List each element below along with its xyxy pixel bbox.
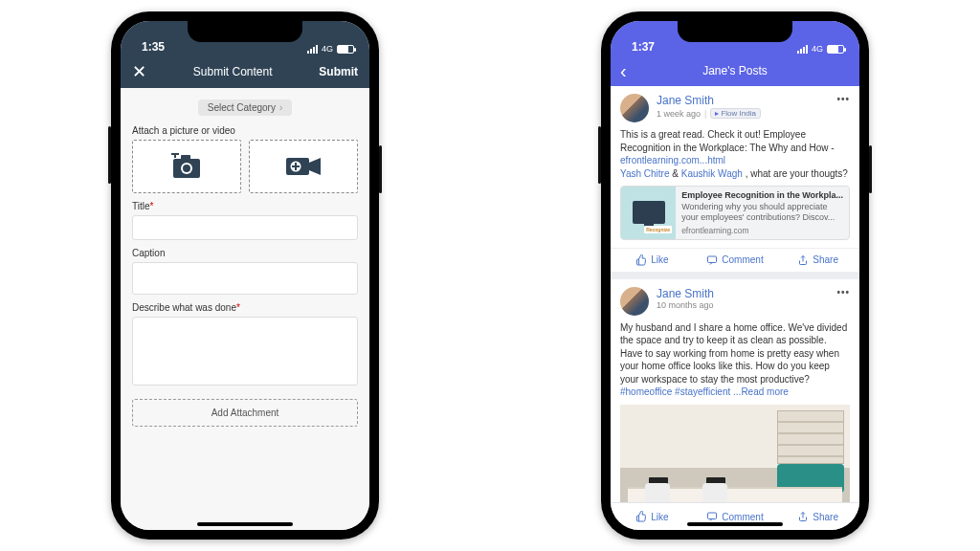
read-more-link[interactable]: ...Read more <box>730 386 789 397</box>
add-photo-button[interactable] <box>132 140 241 193</box>
post-timestamp: 1 week ago <box>657 109 701 119</box>
caption-label: Caption <box>132 248 358 258</box>
post-timestamp: 10 months ago <box>657 300 829 310</box>
svg-point-3 <box>183 165 190 172</box>
feed[interactable]: Jane Smith 1 week ago | ▸Flow India ••• … <box>611 86 859 502</box>
mention[interactable]: Kaushik Wagh <box>681 168 743 179</box>
phone-posts-feed: 1:37 4G ‹ Jane's Posts Jane Smith 1 week <box>601 11 869 540</box>
bolt-icon: ▸ <box>715 109 719 118</box>
comment-button[interactable]: Comment <box>694 249 777 272</box>
status-time: 1:37 <box>632 40 655 54</box>
link-preview-card[interactable]: Recognize Employee Recognition in the Wo… <box>620 186 850 240</box>
hashtag[interactable]: #homeoffice #stayefficient <box>620 386 730 397</box>
avatar[interactable] <box>620 287 649 316</box>
network-label: 4G <box>812 44 823 54</box>
network-label: 4G <box>322 44 333 54</box>
notch <box>188 21 302 42</box>
battery-icon <box>337 45 354 54</box>
post-body: My husband and I share a home office. We… <box>620 321 850 399</box>
notch <box>678 21 792 42</box>
signal-icon <box>307 45 318 54</box>
post-image[interactable] <box>620 405 850 503</box>
svg-rect-11 <box>708 513 717 519</box>
svg-rect-9 <box>292 165 300 167</box>
card-source: efrontlearning.com <box>681 226 843 235</box>
page-title: Submit Content <box>193 65 273 78</box>
svg-rect-5 <box>174 153 176 158</box>
post-link[interactable]: efrontlearning.com...html <box>620 155 725 165</box>
battery-icon <box>827 45 844 54</box>
add-attachment-button[interactable]: Add Attachment <box>132 399 358 427</box>
signal-icon <box>797 45 808 54</box>
page-title: Jane's Posts <box>620 64 850 77</box>
close-icon[interactable]: ✕ <box>132 63 146 80</box>
svg-rect-1 <box>181 155 190 161</box>
status-time: 1:35 <box>142 40 165 54</box>
navbar: ‹ Jane's Posts <box>611 55 859 86</box>
home-indicator <box>687 522 783 526</box>
share-button[interactable]: Share <box>776 503 859 530</box>
more-icon[interactable]: ••• <box>836 287 850 298</box>
like-button[interactable]: Like <box>611 503 694 530</box>
author-name[interactable]: Jane Smith <box>657 287 829 300</box>
title-label: Title* <box>132 201 358 211</box>
svg-rect-10 <box>708 256 717 263</box>
like-icon <box>635 511 647 522</box>
share-icon <box>797 511 809 522</box>
like-icon <box>635 254 647 266</box>
describe-input[interactable] <box>132 317 358 386</box>
post-actions: Like Comment Share <box>611 248 859 272</box>
share-button[interactable]: Share <box>776 249 859 272</box>
like-button[interactable]: Like <box>611 249 694 272</box>
more-icon[interactable]: ••• <box>836 94 850 104</box>
avatar[interactable] <box>620 94 649 122</box>
describe-label: Describe what was done* <box>132 302 358 313</box>
category-label: Select Category <box>208 102 276 113</box>
select-category-button[interactable]: Select Category› <box>198 99 293 116</box>
navbar: ✕ Submit Content Submit <box>121 55 369 88</box>
comment-icon <box>706 511 718 522</box>
chevron-right-icon: › <box>279 102 282 113</box>
submit-button[interactable]: Submit <box>319 65 358 78</box>
phone-submit-content: 1:35 4G ✕ Submit Content Submit Select C… <box>111 11 379 540</box>
title-input[interactable] <box>132 215 358 240</box>
video-plus-icon <box>284 154 323 179</box>
card-thumbnail: Recognize <box>621 187 676 239</box>
caption-input[interactable] <box>132 262 358 295</box>
card-title: Employee Recognition in the Workpla... <box>681 190 843 200</box>
post: Jane Smith 1 week ago | ▸Flow India ••• … <box>611 86 859 272</box>
post: Jane Smith 10 months ago ••• My husband … <box>611 279 859 503</box>
card-description: Wondering why you should appreciate your… <box>681 202 843 224</box>
home-indicator <box>197 522 293 526</box>
share-icon <box>797 254 809 266</box>
author-name[interactable]: Jane Smith <box>657 94 829 107</box>
attach-label: Attach a picture or video <box>132 125 358 136</box>
add-video-button[interactable] <box>249 140 358 193</box>
comment-icon <box>706 254 718 266</box>
post-body: This is a great read. Check it out! Empl… <box>620 128 850 180</box>
mention[interactable]: Yash Chitre <box>620 168 670 179</box>
group-tag[interactable]: ▸Flow India <box>710 108 760 119</box>
camera-plus-icon <box>169 153 204 180</box>
